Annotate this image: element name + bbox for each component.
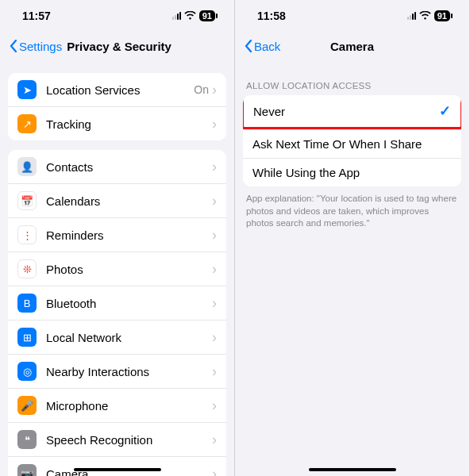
battery-indicator: 91 [199, 10, 215, 21]
status-bar: 11:58 91 [235, 0, 469, 32]
home-indicator[interactable] [74, 468, 161, 471]
option-label: While Using the App [252, 166, 452, 179]
row-value: On [194, 83, 209, 96]
nav-bar: Settings Privacy & Security [0, 32, 234, 63]
location-options-group: Never✓Ask Next Time Or When I ShareWhile… [243, 95, 461, 186]
wifi-icon [184, 10, 196, 22]
row-label: Nearby Interactions [46, 365, 212, 378]
chevron-right-icon: › [212, 363, 217, 380]
settings-row-nearby-interactions[interactable]: ◎Nearby Interactions› [8, 354, 226, 388]
row-icon: ❊ [17, 259, 37, 278]
cellular-signal-icon [172, 12, 181, 20]
page-title: Privacy & Security [67, 40, 171, 53]
chevron-right-icon: › [212, 193, 217, 209]
chevron-right-icon: › [212, 82, 217, 98]
row-icon: ⊞ [17, 328, 37, 347]
nav-bar: Back Camera [235, 32, 469, 63]
section-header: Allow Location Access [235, 63, 469, 95]
location-access-section: Allow Location Access Never✓Ask Next Tim… [235, 63, 469, 230]
checkmark-icon: ✓ [439, 102, 451, 120]
settings-group-primary: ➤Location ServicesOn›↗Tracking› [8, 73, 226, 140]
battery-indicator: 91 [434, 10, 450, 21]
row-icon: ⋮ [17, 225, 37, 244]
settings-row-bluetooth[interactable]: BBluetooth› [8, 286, 226, 320]
row-icon: 👤 [17, 157, 37, 176]
row-label: Photos [46, 263, 212, 276]
option-label: Never [253, 105, 439, 118]
settings-row-contacts[interactable]: 👤Contacts› [8, 150, 226, 183]
row-icon: B [17, 294, 37, 313]
settings-row-local-network[interactable]: ⊞Local Network› [8, 320, 226, 354]
back-button[interactable]: Settings [10, 40, 62, 53]
location-option-ask-next-time-or-when-i-share[interactable]: Ask Next Time Or When I Share [243, 129, 461, 158]
status-icons: 91 [407, 10, 450, 22]
chevron-right-icon: › [212, 116, 217, 132]
row-label: Reminders [46, 228, 212, 242]
chevron-right-icon: › [212, 397, 217, 414]
row-label: Microphone [46, 399, 212, 413]
settings-row-tracking[interactable]: ↗Tracking› [8, 106, 226, 140]
status-time: 11:58 [257, 10, 286, 22]
settings-row-calendars[interactable]: 📅Calendars› [8, 183, 226, 217]
status-time: 11:57 [22, 10, 51, 22]
option-label: Ask Next Time Or When I Share [252, 137, 452, 151]
back-button[interactable]: Back [245, 40, 280, 53]
phone-camera-location: 11:58 91 Back Camera Allow Location Acce… [235, 0, 470, 476]
settings-row-photos[interactable]: ❊Photos› [8, 251, 226, 286]
row-icon: ❝ [17, 430, 37, 449]
row-icon: ◎ [17, 362, 37, 381]
chevron-right-icon: › [212, 432, 217, 448]
settings-row-reminders[interactable]: ⋮Reminders› [8, 217, 226, 251]
row-label: Bluetooth [46, 297, 212, 310]
wifi-icon [419, 10, 431, 22]
row-icon: 📷 [17, 464, 37, 476]
chevron-right-icon: › [212, 227, 217, 244]
row-label: Tracking [46, 117, 212, 131]
chevron-left-icon [245, 40, 252, 52]
row-icon: 📅 [17, 191, 37, 210]
section-footer: App explanation: "Your location is used … [235, 186, 469, 230]
cellular-signal-icon [407, 12, 416, 20]
phone-privacy-security: 11:57 91 Settings Privacy & Security ➤Lo… [0, 0, 235, 476]
row-icon: ↗ [17, 114, 37, 133]
settings-row-location-services[interactable]: ➤Location ServicesOn› [8, 73, 226, 106]
back-label: Back [254, 40, 280, 53]
home-indicator[interactable] [309, 468, 396, 471]
status-bar: 11:57 91 [0, 0, 234, 32]
chevron-right-icon: › [212, 159, 217, 175]
row-label: Location Services [46, 83, 194, 97]
back-label: Settings [19, 40, 62, 53]
status-icons: 91 [172, 10, 215, 22]
chevron-left-icon [10, 40, 17, 52]
chevron-right-icon: › [212, 329, 217, 346]
settings-row-microphone[interactable]: 🎤Microphone› [8, 388, 226, 422]
row-label: Contacts [46, 160, 212, 174]
settings-row-camera[interactable]: 📷Camera› [8, 456, 226, 476]
chevron-right-icon: › [212, 466, 217, 477]
row-label: Calendars [46, 194, 212, 208]
settings-row-speech-recognition[interactable]: ❝Speech Recognition› [8, 422, 226, 456]
row-label: Local Network [46, 331, 212, 344]
row-icon: ➤ [17, 80, 37, 99]
location-option-never[interactable]: Never✓ [243, 95, 461, 129]
chevron-right-icon: › [212, 295, 217, 312]
location-option-while-using-the-app[interactable]: While Using the App [243, 158, 461, 186]
settings-content: ➤Location ServicesOn›↗Tracking› 👤Contact… [0, 73, 234, 476]
settings-group-secondary: 👤Contacts›📅Calendars›⋮Reminders›❊Photos›… [8, 150, 226, 476]
row-icon: 🎤 [17, 396, 37, 415]
chevron-right-icon: › [212, 261, 217, 278]
row-label: Speech Recognition [46, 433, 212, 447]
